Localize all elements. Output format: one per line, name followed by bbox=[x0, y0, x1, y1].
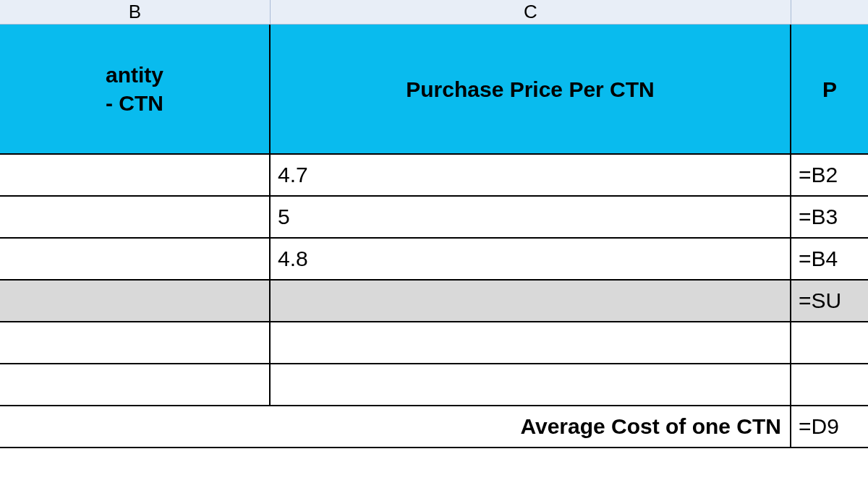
cell-c2[interactable]: 4.7 bbox=[271, 155, 791, 195]
table-row bbox=[0, 322, 868, 364]
table-row-sum: =SU bbox=[0, 281, 868, 322]
cell-c7[interactable] bbox=[271, 364, 791, 405]
cell-b7[interactable] bbox=[0, 364, 271, 405]
cell-d7[interactable] bbox=[791, 364, 868, 405]
cell-b2[interactable] bbox=[0, 155, 271, 195]
cell-c3[interactable]: 5 bbox=[271, 197, 791, 237]
table-row: 4.7 =B2 bbox=[0, 155, 868, 197]
cell-d5[interactable]: =SU bbox=[791, 281, 868, 321]
header-price-label: Purchase Price Per CTN bbox=[406, 75, 655, 103]
cell-d3[interactable]: =B3 bbox=[791, 197, 868, 237]
cell-c8-average-label[interactable]: Average Cost of one CTN bbox=[271, 406, 791, 447]
column-header-b[interactable]: B bbox=[0, 0, 271, 24]
table-row: 5 =B3 bbox=[0, 197, 868, 239]
cell-d6[interactable] bbox=[791, 322, 868, 363]
header-quantity-line2: - CTN bbox=[106, 89, 163, 117]
table-row: 4.8 =B4 bbox=[0, 239, 868, 281]
column-headers-row: B C bbox=[0, 0, 868, 25]
cell-b6[interactable] bbox=[0, 322, 271, 363]
header-d-label: P bbox=[822, 75, 837, 103]
table-row-average: Average Cost of one CTN =D9 bbox=[0, 406, 868, 448]
header-quantity-line1: antity bbox=[106, 61, 163, 89]
cell-b4[interactable] bbox=[0, 239, 271, 279]
header-cell-d[interactable]: P bbox=[791, 25, 868, 153]
table-row bbox=[0, 364, 868, 406]
column-header-c[interactable]: C bbox=[271, 0, 791, 24]
column-header-d[interactable] bbox=[791, 0, 868, 24]
cell-d2[interactable]: =B2 bbox=[791, 155, 868, 195]
cell-b8[interactable] bbox=[0, 406, 271, 447]
header-cell-price[interactable]: Purchase Price Per CTN bbox=[271, 25, 791, 153]
cell-c5[interactable] bbox=[271, 281, 791, 321]
spreadsheet: B C antity - CTN Purchase Price Per CTN … bbox=[0, 0, 868, 488]
cell-d4[interactable]: =B4 bbox=[791, 239, 868, 279]
cell-b5[interactable] bbox=[0, 281, 271, 321]
cell-d8[interactable]: =D9 bbox=[791, 406, 868, 447]
cell-c4[interactable]: 4.8 bbox=[271, 239, 791, 279]
header-cell-quantity[interactable]: antity - CTN bbox=[0, 25, 271, 153]
table-header-row: antity - CTN Purchase Price Per CTN P bbox=[0, 25, 868, 155]
cell-c6[interactable] bbox=[271, 322, 791, 363]
cell-b3[interactable] bbox=[0, 197, 271, 237]
